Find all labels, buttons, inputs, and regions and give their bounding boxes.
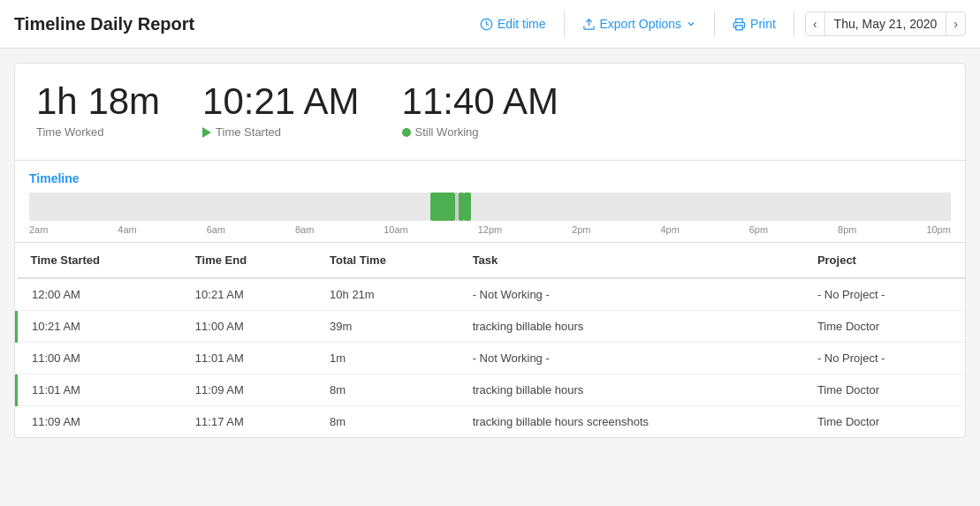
table-section: Time Started Time End Total Time Task Pr… xyxy=(15,242,965,437)
divider xyxy=(564,11,565,37)
timeline-label: Timeline xyxy=(29,171,951,185)
page-header: Timeline Daily Report Edit time Export O… xyxy=(0,0,980,49)
timeline-section: Timeline 2am 4am 6am 8am 10am 12pm 2pm 4… xyxy=(15,161,965,242)
table-header-row: Time Started Time End Total Time Task Pr… xyxy=(17,243,966,278)
next-date-button[interactable]: › xyxy=(946,12,965,35)
table-row: 11:00 AM11:01 AM1m- Not Working -- No Pr… xyxy=(17,343,966,374)
table-cell: tracking billable hours xyxy=(459,311,803,343)
tick-12pm: 12pm xyxy=(478,224,503,235)
table-cell: - No Project - xyxy=(803,278,965,311)
time-end-metric: 11:40 AM Still Working xyxy=(402,81,558,139)
header-actions: Edit time Export Options Print ‹ Thu, Ma… xyxy=(473,11,966,37)
table-row: 11:09 AM11:17 AM8mtracking billable hour… xyxy=(17,406,966,438)
print-icon xyxy=(733,18,746,31)
table-cell: 1m xyxy=(315,343,459,374)
table-cell: 11:00 AM xyxy=(181,311,315,343)
table-cell: 10h 21m xyxy=(315,278,459,311)
table-cell: Time Doctor xyxy=(803,374,965,406)
divider3 xyxy=(794,11,794,37)
table-row: 10:21 AM11:00 AM39mtracking billable hou… xyxy=(17,311,966,343)
tick-10pm: 10pm xyxy=(926,224,951,235)
table-cell: 8m xyxy=(315,374,459,406)
chevron-down-icon xyxy=(686,19,696,29)
date-navigator: ‹ Thu, May 21, 2020 › xyxy=(805,11,966,36)
timeline-table: Time Started Time End Total Time Task Pr… xyxy=(15,243,965,437)
prev-date-button[interactable]: ‹ xyxy=(806,12,824,35)
tick-2am: 2am xyxy=(29,224,48,235)
table-cell: 39m xyxy=(315,311,459,343)
table-cell: 10:21 AM xyxy=(17,311,181,343)
timeline-ticks: 2am 4am 6am 8am 10am 12pm 2pm 4pm 6pm 8p… xyxy=(29,221,951,242)
table-cell: 11:01 AM xyxy=(17,374,181,406)
tick-4am: 4am xyxy=(118,224,136,235)
table-cell: 11:01 AM xyxy=(181,343,315,374)
tick-6am: 6am xyxy=(207,224,225,235)
table-cell: Time Doctor xyxy=(803,406,965,438)
export-options-button[interactable]: Export Options xyxy=(575,13,704,34)
report-card: 1h 18m Time Worked 10:21 AM Time Started… xyxy=(14,63,966,438)
time-worked-label: Time Worked xyxy=(36,125,160,139)
table-cell: tracking billable hours screenshots xyxy=(459,406,803,438)
svg-rect-2 xyxy=(736,25,743,29)
table-cell: 10:21 AM xyxy=(181,278,315,311)
table-cell: 11:00 AM xyxy=(17,343,181,374)
table-cell: tracking billable hours xyxy=(459,374,803,406)
table-cell: - Not Working - xyxy=(459,343,803,374)
col-time-started: Time Started xyxy=(17,243,181,278)
time-end-value: 11:40 AM xyxy=(402,81,558,122)
time-worked-value: 1h 18m xyxy=(36,81,160,122)
summary-section: 1h 18m Time Worked 10:21 AM Time Started… xyxy=(15,64,965,161)
play-icon xyxy=(202,127,211,138)
tick-10am: 10am xyxy=(384,224,408,235)
green-dot-icon xyxy=(402,128,411,137)
timeline-segment-1 xyxy=(430,193,455,221)
time-started-label: Time Started xyxy=(202,125,359,139)
timeline-segment-4 xyxy=(464,193,470,221)
tick-4pm: 4pm xyxy=(660,224,679,235)
table-row: 12:00 AM10:21 AM10h 21m- Not Working -- … xyxy=(17,278,966,311)
time-started-value: 10:21 AM xyxy=(202,81,359,122)
current-date: Thu, May 21, 2020 xyxy=(824,12,947,35)
col-project: Project xyxy=(803,243,965,278)
table-cell: 11:09 AM xyxy=(17,406,181,438)
edit-time-icon xyxy=(480,18,493,31)
divider2 xyxy=(714,11,715,37)
table-cell: - No Project - xyxy=(803,343,965,374)
print-button[interactable]: Print xyxy=(726,13,783,34)
table-cell: 8m xyxy=(315,406,459,438)
tick-8pm: 8pm xyxy=(838,224,856,235)
table-cell: 11:17 AM xyxy=(181,406,315,438)
time-worked-metric: 1h 18m Time Worked xyxy=(36,81,160,139)
export-icon xyxy=(582,18,596,31)
tick-6pm: 6pm xyxy=(749,224,768,235)
col-total-time: Total Time xyxy=(315,243,459,278)
table-cell: 11:09 AM xyxy=(181,374,315,406)
table-row: 11:01 AM11:09 AM8mtracking billable hour… xyxy=(17,374,966,406)
tick-2pm: 2pm xyxy=(572,224,590,235)
page-title: Timeline Daily Report xyxy=(14,14,462,34)
tick-8am: 8am xyxy=(295,224,314,235)
table-cell: 12:00 AM xyxy=(17,278,181,311)
time-started-metric: 10:21 AM Time Started xyxy=(202,81,359,139)
edit-time-button[interactable]: Edit time xyxy=(473,13,552,34)
time-end-label: Still Working xyxy=(402,125,558,139)
main-content: 1h 18m Time Worked 10:21 AM Time Started… xyxy=(0,49,980,452)
col-time-end: Time End xyxy=(181,243,315,278)
col-task: Task xyxy=(459,243,803,278)
table-cell: Time Doctor xyxy=(803,311,965,343)
time-metrics: 1h 18m Time Worked 10:21 AM Time Started… xyxy=(36,81,944,139)
timeline-bar xyxy=(29,193,951,221)
table-cell: - Not Working - xyxy=(459,278,803,311)
